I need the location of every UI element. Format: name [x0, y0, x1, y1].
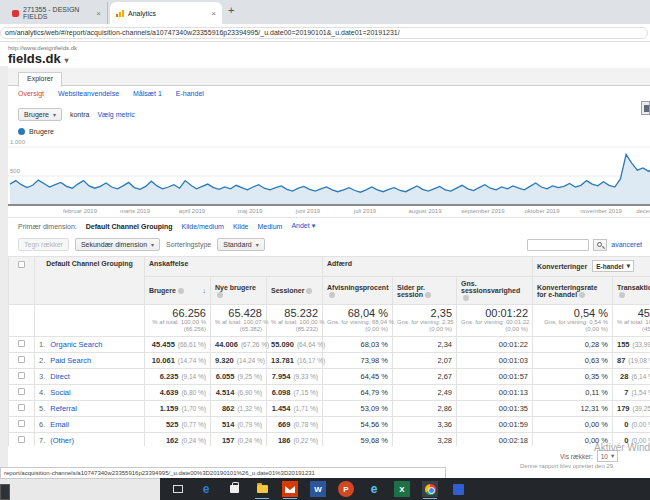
- info-icon: [306, 288, 312, 294]
- row-checkbox[interactable]: [9, 401, 35, 417]
- channel-link[interactable]: Direct: [50, 372, 70, 381]
- x-axis-line: [8, 204, 650, 206]
- x-tick-label: juni 2019: [278, 208, 338, 214]
- table-row: 3.Direct 6.235(9,14 %) 6.055(9,25 %) 7.9…: [9, 369, 650, 385]
- edge-icon[interactable]: e: [198, 481, 214, 497]
- internet-explorer-icon[interactable]: e: [366, 481, 382, 497]
- browser-tab-designfields[interactable]: 271355 - DESIGN FIELDS ×: [6, 2, 108, 24]
- subtab-oversigt[interactable]: Oversigt: [18, 90, 44, 97]
- search-button[interactable]: [593, 239, 607, 251]
- row-checkbox[interactable]: [9, 385, 35, 401]
- cell-sider-pr-session: 2,07: [393, 353, 457, 369]
- cell-nye-brugere: 9.320(14,24 %): [211, 353, 267, 369]
- browser-tab-analytics[interactable]: Analytics ×: [110, 2, 222, 24]
- dimension-default-channel-grouping[interactable]: Default Channel Grouping: [86, 223, 173, 230]
- channel-link[interactable]: Organic Search: [50, 340, 102, 349]
- subtab-maalsaet[interactable]: Målsæt 1: [133, 90, 162, 97]
- tab-explorer[interactable]: Explorer: [18, 72, 62, 87]
- column-header-sessionsvarighed[interactable]: Gns. sessionsvarighed: [457, 277, 533, 305]
- app-tile-icon[interactable]: [450, 481, 466, 497]
- series-dot-icon: [18, 128, 25, 135]
- column-header-afvisningsprocent[interactable]: Afvisningsprocent: [323, 277, 393, 305]
- chevron-down-icon: ▾: [627, 262, 630, 270]
- column-header-channel-grouping[interactable]: Default Channel Grouping: [35, 257, 145, 305]
- dimension-kilde-medium[interactable]: Kilde/medium: [181, 223, 223, 230]
- row-checkbox[interactable]: [9, 369, 35, 385]
- channel-link[interactable]: Paid Search: [50, 356, 91, 365]
- users-timeseries-chart[interactable]: [8, 140, 650, 206]
- dimension-medium[interactable]: Medium: [257, 223, 282, 230]
- word-icon[interactable]: W: [310, 481, 326, 497]
- table-row: 1.Organic Search 45.455(66,61 %) 44.006(…: [9, 337, 650, 353]
- sort-type-dropdown[interactable]: Standard▾: [217, 238, 264, 251]
- cell-afvisningsprocent: 54,56 %: [323, 417, 393, 433]
- cell-afvisningsprocent: 73,98 %: [323, 353, 393, 369]
- column-header-transaktioner[interactable]: Transaktioner: [613, 277, 650, 305]
- cell-brugere: 10.061(14,74 %): [145, 353, 211, 369]
- select-metric-link[interactable]: Vælg metric: [97, 111, 134, 118]
- cell-transaktioner: 7(1,54 %): [613, 385, 650, 401]
- cell-afvisningsprocent: 64,79 %: [323, 385, 393, 401]
- row-checkbox[interactable]: [9, 417, 35, 433]
- outlook-icon[interactable]: [282, 481, 298, 497]
- task-view-icon[interactable]: [170, 481, 186, 497]
- property-title[interactable]: fields.dk ▾: [8, 51, 68, 66]
- row-checkbox[interactable]: [9, 433, 35, 446]
- cell-transaktioner: 87(19,08 %): [613, 353, 650, 369]
- powerpoint-icon[interactable]: P: [338, 481, 354, 497]
- info-icon: [425, 292, 431, 298]
- totals-row: 66.256% af total: 100,00 %(66.256) 65.42…: [9, 305, 650, 337]
- cell-sider-pr-session: 3,36: [393, 417, 457, 433]
- column-header-nye-brugere[interactable]: Nye brugere: [211, 277, 267, 305]
- cell-afvisningsprocent: 53,09 %: [323, 401, 393, 417]
- row-checkbox[interactable]: [9, 337, 35, 353]
- cell-konverteringsrate: 0,11 %: [533, 385, 613, 401]
- file-explorer-icon[interactable]: [254, 481, 270, 497]
- dimension-andet-dropdown[interactable]: Andet ▾: [291, 222, 315, 230]
- store-icon[interactable]: [226, 481, 242, 497]
- subtab-ehandel[interactable]: E-handel: [176, 90, 204, 97]
- new-tab-button[interactable]: +: [228, 4, 234, 16]
- column-header-sessioner[interactable]: Sessioner: [267, 277, 323, 305]
- browser-tab-bar: 271355 - DESIGN FIELDS × Analytics × +: [0, 0, 650, 24]
- info-icon: [178, 288, 184, 294]
- channel-link[interactable]: Social: [50, 388, 70, 397]
- legend-label: Brugere: [29, 128, 54, 135]
- table-row: 5.Referral 1.159(1,70 %) 862(1,32 %) 1.4…: [9, 401, 650, 417]
- subtab-websiteanvendelse[interactable]: Websiteanvendelse: [58, 90, 119, 97]
- close-tab-icon[interactable]: ×: [96, 9, 101, 18]
- search-input[interactable]: [527, 239, 589, 251]
- conversion-type-dropdown[interactable]: E-handel▾: [592, 260, 634, 272]
- divider: [8, 217, 650, 218]
- table-search: avanceret: [527, 239, 642, 251]
- info-icon: [619, 292, 625, 298]
- select-all-checkbox[interactable]: [9, 257, 35, 305]
- excel-icon[interactable]: X: [394, 481, 410, 497]
- start-button-stub[interactable]: [0, 484, 10, 500]
- cell-sider-pr-session: 3,28: [393, 433, 457, 446]
- advanced-link[interactable]: avanceret: [611, 241, 642, 248]
- cell-sessioner: 13.781(16,17 %): [267, 353, 323, 369]
- address-input[interactable]: om/analytics/web/#/report/acquisition-ch…: [0, 27, 648, 39]
- column-header-brugere[interactable]: Brugere↓: [145, 277, 211, 305]
- info-icon: [463, 295, 469, 301]
- designfields-favicon-icon: [12, 10, 19, 17]
- channel-link[interactable]: (Other): [50, 436, 74, 445]
- x-tick-label: oktober 2019: [512, 208, 572, 214]
- dimension-kilde[interactable]: Kilde: [233, 223, 249, 230]
- column-header-sider-pr-session[interactable]: Sider pr. session: [393, 277, 457, 305]
- channel-link[interactable]: Referral: [50, 404, 77, 413]
- total-sessionsvarighed: 00:01:22Gns. for visning: 00:01:22(0,00 …: [457, 305, 533, 337]
- chevron-down-icon: ▾: [256, 241, 259, 248]
- channel-link[interactable]: Email: [50, 420, 69, 429]
- column-header-konverteringsrate[interactable]: Konverteringsrate for e-handel: [533, 277, 613, 305]
- sort-type-label: Sorteringstype: [166, 241, 211, 248]
- plot-rows-button[interactable]: Tegn rækker: [18, 238, 69, 251]
- close-tab-icon[interactable]: ×: [211, 9, 216, 18]
- metric-group-nav: Oversigt Websiteanvendelse Målsæt 1 E-ha…: [18, 90, 204, 97]
- secondary-dimension-dropdown[interactable]: Sekundær dimension▾: [75, 238, 160, 251]
- metric-dropdown[interactable]: Brugere▾: [18, 108, 62, 121]
- chrome-icon[interactable]: [422, 481, 438, 497]
- chart-display-button[interactable]: [641, 101, 650, 115]
- row-checkbox[interactable]: [9, 353, 35, 369]
